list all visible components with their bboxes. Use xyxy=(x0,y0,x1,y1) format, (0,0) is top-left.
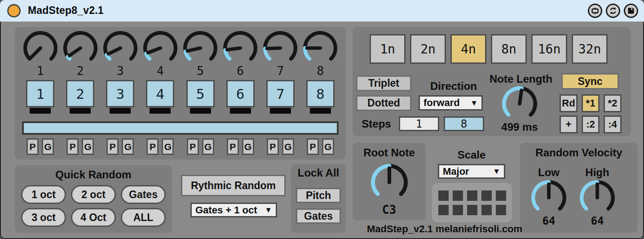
step-gate-toggle[interactable] xyxy=(30,108,51,114)
note-length-label: Note Length xyxy=(483,73,559,85)
quick-random-button[interactable]: 3 oct xyxy=(21,208,66,227)
note-division-button[interactable]: 8n xyxy=(491,34,527,64)
note-length-knob[interactable] xyxy=(502,86,538,124)
sync-mult-button[interactable]: :2 xyxy=(582,115,600,133)
knob-label: 7 xyxy=(277,64,284,78)
step-gate-toggle[interactable] xyxy=(270,108,291,114)
note-division-button[interactable]: 32n xyxy=(572,34,608,64)
scale-grid-cell[interactable] xyxy=(481,205,492,215)
pitch-knob[interactable] xyxy=(263,31,298,67)
pitch-lock-button[interactable]: P xyxy=(187,138,199,155)
pitch-lock-button[interactable]: P xyxy=(227,138,239,155)
gate-lock-button[interactable]: G xyxy=(282,138,294,155)
reload-icon[interactable] xyxy=(606,4,620,18)
step-button[interactable]: 6 xyxy=(226,80,255,107)
pitch-lock-button[interactable]: P xyxy=(146,138,159,155)
device-power-button[interactable] xyxy=(7,4,21,18)
sync-mult-button[interactable]: :4 xyxy=(604,115,622,133)
gate-lock-button[interactable]: G xyxy=(322,138,334,155)
dotted-button[interactable]: Dotted xyxy=(356,95,411,111)
scale-grid-cell[interactable] xyxy=(467,205,477,215)
step-button[interactable]: 5 xyxy=(186,80,215,107)
knob-label: 5 xyxy=(197,64,204,78)
step-gate-toggle[interactable] xyxy=(230,108,251,114)
quick-random-button[interactable]: 4 Oct xyxy=(71,208,116,227)
step-gate-toggle[interactable] xyxy=(150,108,171,114)
steps-first-numbox[interactable]: 1 xyxy=(399,116,439,131)
quick-random-buttons: 1 oct2 octGates3 oct4 OctALL xyxy=(21,185,166,227)
step-button[interactable]: 7 xyxy=(266,80,295,107)
chevron-down-icon: ▼ xyxy=(493,168,500,175)
gate-lock-button[interactable]: G xyxy=(202,138,214,155)
step-button[interactable]: 3 xyxy=(106,80,134,107)
pitch-lock-button[interactable]: P xyxy=(26,138,39,155)
velocity-high-knob[interactable] xyxy=(579,180,615,217)
note-division-button[interactable]: 1n xyxy=(370,34,406,64)
pitch-knob[interactable] xyxy=(223,31,258,67)
step-gate-toggle[interactable] xyxy=(110,108,131,114)
sync-mult-button[interactable]: + xyxy=(560,115,578,133)
gate-lock-button[interactable]: G xyxy=(162,138,174,155)
step-button[interactable]: 2 xyxy=(66,80,94,107)
sync-button[interactable]: Sync xyxy=(561,73,619,89)
pitch-knob[interactable] xyxy=(103,31,138,67)
note-division-button[interactable]: 2n xyxy=(410,34,446,64)
step-button[interactable]: 8 xyxy=(306,80,335,107)
quick-random-button[interactable]: ALL xyxy=(121,208,166,227)
scale-grid-cell[interactable] xyxy=(496,190,506,201)
quick-random-button[interactable]: 1 oct xyxy=(21,185,66,204)
sync-mult-button[interactable]: *2 xyxy=(604,94,622,112)
rythmic-random-button[interactable]: Rythmic Random xyxy=(181,175,286,196)
pitch-lock-button[interactable]: P xyxy=(106,138,119,155)
scale-grid-cell[interactable] xyxy=(438,205,449,215)
step-button[interactable]: 1 xyxy=(26,80,54,107)
step-gate-toggle[interactable] xyxy=(310,108,331,114)
save-icon[interactable] xyxy=(624,4,638,18)
quick-random-button[interactable]: Gates xyxy=(121,185,166,204)
scale-grid-cell[interactable] xyxy=(467,190,477,201)
step-gate-toggle[interactable] xyxy=(70,108,91,114)
rythmic-random-dropdown[interactable]: Gates + 1 oct ▼ xyxy=(190,203,277,217)
gate-lock-button[interactable]: G xyxy=(242,138,254,155)
pitch-lock-button[interactable]: P xyxy=(307,138,319,155)
gate-lock-button[interactable]: G xyxy=(82,138,94,155)
triplet-button[interactable]: Triplet xyxy=(356,75,411,91)
quick-random-button[interactable]: 2 oct xyxy=(71,185,116,204)
note-division-button[interactable]: 16n xyxy=(531,34,567,64)
knob-label: 2 xyxy=(77,64,84,78)
scale-grid-cell[interactable] xyxy=(496,205,506,215)
step-cell: 2 xyxy=(60,80,100,114)
step-button[interactable]: 4 xyxy=(146,80,174,107)
knob-cell: 6 xyxy=(221,31,260,78)
scale-dropdown[interactable]: Major ▼ xyxy=(438,164,505,179)
pitch-knob[interactable] xyxy=(63,31,98,67)
gate-lock-button[interactable]: G xyxy=(122,138,134,155)
pitch-knob[interactable] xyxy=(183,31,218,67)
step-gate-toggle[interactable] xyxy=(190,108,211,114)
lock-pitch-button[interactable]: Pitch xyxy=(296,188,341,203)
root-note-title: Root Note xyxy=(353,146,426,159)
scale-degree-grid xyxy=(438,190,506,215)
root-note-knob[interactable] xyxy=(371,164,408,203)
direction-dropdown[interactable]: forward ▼ xyxy=(419,95,483,111)
lock-gates-button[interactable]: Gates xyxy=(296,208,341,224)
note-division-button[interactable]: 4n xyxy=(450,34,486,64)
sync-mult-button[interactable]: Rd xyxy=(560,94,578,112)
scale-grid-cell[interactable] xyxy=(453,205,463,215)
pitch-knob[interactable] xyxy=(23,31,58,67)
sync-mult-button[interactable]: *1 xyxy=(582,94,600,112)
steps-last-numbox[interactable]: 8 xyxy=(444,116,484,131)
pitch-lock-button[interactable]: P xyxy=(66,138,79,155)
velocity-low-knob[interactable] xyxy=(531,180,567,217)
scale-dropdown-value: Major xyxy=(443,166,469,177)
chevron-down-icon: ▼ xyxy=(265,206,272,214)
pitch-multislider[interactable] xyxy=(22,121,339,135)
scale-grid-cell[interactable] xyxy=(438,190,449,201)
scale-grid-cell[interactable] xyxy=(453,190,463,201)
pitch-knob[interactable] xyxy=(303,31,338,67)
pitch-knob[interactable] xyxy=(143,31,178,67)
pitch-lock-button[interactable]: P xyxy=(267,138,279,155)
gate-lock-button[interactable]: G xyxy=(42,138,54,155)
scale-grid-cell[interactable] xyxy=(481,190,492,201)
presentation-icon[interactable] xyxy=(588,4,602,18)
